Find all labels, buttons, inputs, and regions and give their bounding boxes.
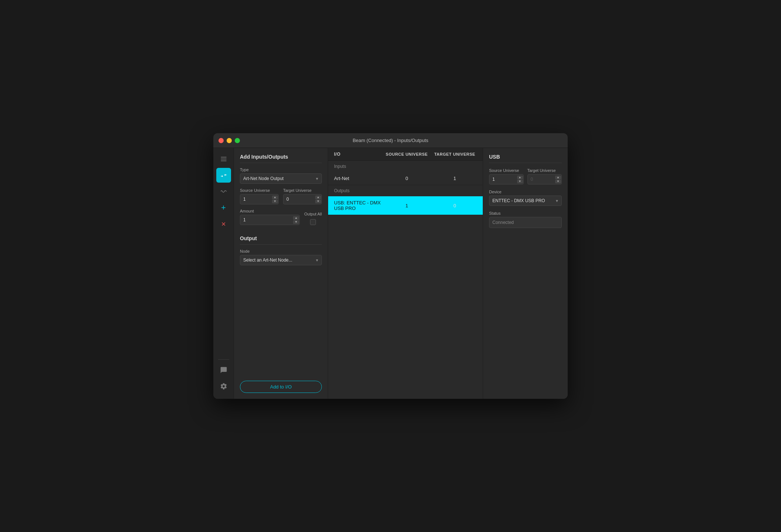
target-universe-input-wrapper: ▲ ▼ [283, 194, 322, 204]
universe-row: Source Universe ▲ ▼ Target Universe [240, 188, 322, 209]
right-source-universe-spinners: ▲ ▼ [517, 176, 523, 183]
target-universe-up[interactable]: ▲ [315, 196, 321, 199]
type-label: Type [240, 167, 322, 172]
left-panel: Add Inputs/Outputs Type Art-Net Node Out… [234, 148, 328, 399]
right-panel: USB Source Universe ▲ ▼ Target Universe [483, 148, 568, 399]
node-label: Node [240, 249, 322, 253]
source-universe-label: Source Universe [240, 188, 279, 193]
target-universe-group: Target Universe ▲ ▼ [283, 188, 322, 204]
sidebar: + ✕ [213, 148, 234, 399]
source-universe-group: Source Universe ▲ ▼ [240, 188, 279, 204]
io-row-usb[interactable]: USB: ENTTEC - DMX USB PRO 1 0 [328, 196, 483, 215]
amount-up[interactable]: ▲ [293, 216, 299, 220]
io-row-artnet-name: Art-Net [334, 176, 381, 181]
add-to-io-button[interactable]: Add to I/O [240, 381, 322, 393]
output-section-title: Output [240, 235, 322, 245]
center-panel: I/O SOURCE UNIVERSE TARGET UNIVERSE Inpu… [328, 148, 483, 399]
outputs-section-label: Outputs [328, 185, 483, 196]
target-universe-label: Target Universe [283, 188, 322, 193]
minimize-button[interactable] [227, 138, 232, 143]
type-select[interactable]: Art-Net Node Output [240, 173, 322, 184]
sidebar-item-wave[interactable] [216, 184, 231, 199]
right-source-universe-group: Source Universe ▲ ▼ [489, 168, 524, 184]
node-field-group: Node Select an Art-Net Node... ▼ [240, 249, 322, 265]
node-select[interactable]: Select an Art-Net Node... [240, 255, 322, 265]
right-device-select-wrapper: ENTTEC - DMX USB PRO ▼ [489, 196, 562, 206]
io-row-artnet-source: 0 [381, 176, 433, 181]
type-field-group: Type Art-Net Node Output ▼ [240, 167, 322, 184]
target-universe-down[interactable]: ▼ [315, 200, 321, 203]
right-device-label: Device [489, 190, 562, 194]
right-device-select[interactable]: ENTTEC - DMX USB PRO [489, 196, 562, 206]
right-source-universe-label: Source Universe [489, 168, 524, 173]
inputs-section-label: Inputs [328, 161, 483, 172]
sidebar-item-add[interactable]: + [216, 200, 231, 215]
col-source-header: SOURCE UNIVERSE [381, 152, 433, 156]
output-all-group: Output All [304, 212, 322, 225]
svg-rect-2 [221, 160, 226, 161]
right-universe-row: Source Universe ▲ ▼ Target Universe [489, 168, 562, 184]
sidebar-item-io[interactable] [216, 168, 231, 183]
right-target-down[interactable]: ▼ [555, 180, 561, 183]
output-section: Output Node Select an Art-Net Node... ▼ [240, 235, 322, 270]
right-section-title: USB [489, 154, 562, 163]
source-universe-up[interactable]: ▲ [272, 196, 278, 199]
maximize-button[interactable] [235, 138, 240, 143]
amount-input[interactable] [240, 215, 300, 225]
right-source-universe-wrapper: ▲ ▼ [489, 174, 524, 184]
titlebar: Beam (Connected) - Inputs/Outputs [213, 133, 568, 148]
source-universe-input-wrapper: ▲ ▼ [240, 194, 279, 204]
right-status-label: Status [489, 211, 562, 215]
target-universe-spinners: ▲ ▼ [315, 196, 321, 203]
io-row-usb-source: 1 [381, 203, 433, 208]
right-target-universe-group: Target Universe ▲ ▼ [527, 168, 562, 184]
amount-spinners: ▲ ▼ [293, 216, 299, 224]
io-row-artnet[interactable]: Art-Net 0 1 [328, 172, 483, 185]
right-device-group: Device ENTTEC - DMX USB PRO ▼ [489, 190, 562, 206]
io-row-usb-name: USB: ENTTEC - DMX USB PRO [334, 200, 381, 211]
amount-row: Amount ▲ ▼ Output All [240, 209, 322, 229]
output-all-label: Output All [304, 212, 322, 216]
amount-input-wrapper: ▲ ▼ [240, 215, 300, 225]
col-target-header: TARGET UNIVERSE [433, 152, 477, 156]
sidebar-divider [218, 359, 229, 360]
io-table-header: I/O SOURCE UNIVERSE TARGET UNIVERSE [328, 148, 483, 161]
traffic-lights [219, 138, 240, 143]
svg-rect-0 [221, 157, 226, 158]
svg-rect-1 [221, 159, 226, 159]
sidebar-item-chat[interactable] [216, 363, 231, 377]
source-universe-down[interactable]: ▼ [272, 200, 278, 203]
close-button[interactable] [219, 138, 224, 143]
sidebar-item-list[interactable] [216, 152, 231, 166]
col-io-header: I/O [334, 152, 381, 157]
sidebar-item-settings[interactable] [216, 379, 231, 394]
window-title: Beam (Connected) - Inputs/Outputs [352, 138, 428, 143]
amount-group: Amount ▲ ▼ [240, 209, 300, 225]
io-row-artnet-target: 1 [433, 176, 477, 181]
sidebar-item-close[interactable]: ✕ [216, 217, 231, 231]
right-source-down[interactable]: ▼ [517, 180, 523, 183]
right-target-up[interactable]: ▲ [555, 176, 561, 179]
output-all-checkbox[interactable] [310, 219, 316, 225]
io-row-usb-target: 0 [433, 203, 477, 208]
right-status-value: Connected [489, 217, 562, 228]
right-target-universe-spinners: ▲ ▼ [555, 176, 561, 183]
right-target-universe-label: Target Universe [527, 168, 562, 173]
source-universe-spinners: ▲ ▼ [272, 196, 278, 203]
node-select-wrapper: Select an Art-Net Node... ▼ [240, 255, 322, 265]
right-status-group: Status Connected [489, 211, 562, 228]
amount-down[interactable]: ▼ [293, 220, 299, 224]
amount-label: Amount [240, 209, 300, 213]
type-select-wrapper: Art-Net Node Output ▼ [240, 173, 322, 184]
add-section-title: Add Inputs/Outputs [240, 154, 322, 163]
app-window: Beam (Connected) - Inputs/Outputs + ✕ [213, 133, 568, 399]
right-source-up[interactable]: ▲ [517, 176, 523, 179]
right-target-universe-wrapper: ▲ ▼ [527, 174, 562, 184]
